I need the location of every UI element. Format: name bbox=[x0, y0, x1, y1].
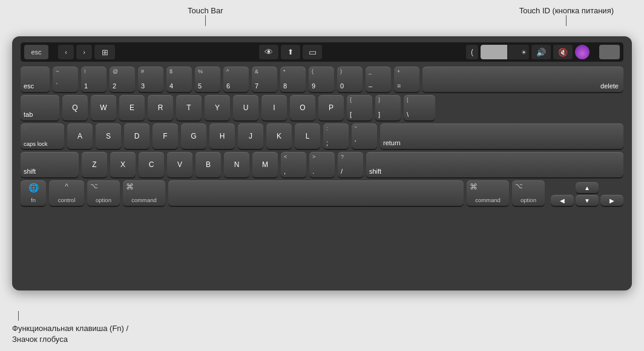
option-right-key[interactable]: ⌥ option bbox=[512, 180, 545, 206]
z-key[interactable]: Z bbox=[82, 152, 107, 177]
quote-key[interactable]: " ' bbox=[352, 123, 377, 149]
command-right-key[interactable]: ⌘ command bbox=[467, 180, 509, 206]
p-key[interactable]: P bbox=[318, 95, 344, 120]
tb-overlay-key[interactable]: ▭ bbox=[303, 45, 322, 59]
capslock-indicator bbox=[25, 126, 28, 130]
tb-siri-key[interactable] bbox=[575, 45, 590, 59]
esc-key[interactable]: esc bbox=[21, 67, 50, 92]
backslash-key[interactable]: | \ bbox=[404, 95, 435, 120]
6-key[interactable]: ^ 6 bbox=[223, 67, 249, 92]
7-key[interactable]: & 7 bbox=[252, 67, 277, 92]
3-key[interactable]: # 3 bbox=[138, 67, 163, 92]
g-key[interactable]: G bbox=[181, 123, 206, 149]
2-key[interactable]: @ 2 bbox=[110, 67, 135, 92]
tb-touchid-key[interactable] bbox=[599, 45, 620, 59]
tb-paren-key[interactable]: ( bbox=[466, 45, 478, 59]
asdf-row: caps lock A S D F G H J K L : ; " ' retu… bbox=[21, 123, 623, 149]
tb-esc-key[interactable]: esc bbox=[24, 45, 48, 59]
space-key[interactable] bbox=[168, 180, 464, 206]
touchbar-label: Touch Bar bbox=[188, 6, 223, 15]
c-key[interactable]: C bbox=[139, 152, 164, 177]
n-key[interactable]: N bbox=[224, 152, 249, 177]
8-key[interactable]: * 8 bbox=[280, 67, 306, 92]
d-key[interactable]: D bbox=[124, 123, 150, 149]
arrow-down-key[interactable]: ▼ bbox=[576, 195, 599, 206]
return-key[interactable]: return bbox=[380, 123, 623, 149]
b-key[interactable]: B bbox=[196, 152, 221, 177]
touchid-annotation: Touch ID (кнопка питания) bbox=[519, 6, 614, 26]
1-key[interactable]: ! 1 bbox=[81, 67, 107, 92]
a-key[interactable]: A bbox=[67, 123, 93, 149]
keyboard: esc ‹ › ⊞ 👁 ⬆ ▭ ( ☀ 🔊 🔇 esc ~ bbox=[12, 36, 632, 290]
4-key[interactable]: $ 4 bbox=[166, 67, 192, 92]
touchbar-annotation: Touch Bar bbox=[188, 6, 223, 26]
l-key[interactable]: L bbox=[295, 123, 320, 149]
tab-key[interactable]: tab bbox=[21, 95, 59, 120]
u-key[interactable]: U bbox=[233, 95, 258, 120]
y-key[interactable]: Y bbox=[205, 95, 230, 120]
h-key[interactable]: H bbox=[209, 123, 235, 149]
t-key[interactable]: T bbox=[176, 95, 202, 120]
arrow-left-key[interactable]: ◀ bbox=[551, 195, 574, 206]
tb-share-key[interactable]: ⬆ bbox=[281, 45, 300, 59]
arrow-cluster: ▲ ◀ ▼ ▶ bbox=[551, 182, 623, 206]
v-key[interactable]: V bbox=[167, 152, 192, 177]
key-rows: esc ~ ` ! 1 @ 2 # 3 $ 4 % bbox=[21, 67, 623, 206]
tb-mute-key[interactable]: 🔇 bbox=[553, 45, 573, 59]
j-key[interactable]: J bbox=[238, 123, 263, 149]
number-row: esc ~ ` ! 1 @ 2 # 3 $ 4 % bbox=[21, 67, 623, 92]
rbracket-key[interactable]: } ] bbox=[375, 95, 401, 120]
tb-appswitch-key[interactable]: ⊞ bbox=[94, 45, 115, 59]
r-key[interactable]: R bbox=[148, 95, 173, 120]
shift-right-key[interactable]: shift bbox=[366, 152, 623, 177]
x-key[interactable]: X bbox=[110, 152, 136, 177]
delete-key[interactable]: delete bbox=[422, 67, 623, 92]
fn-key[interactable]: fn 🌐 bbox=[21, 180, 46, 206]
capslock-key[interactable]: caps lock bbox=[21, 123, 64, 149]
e-key[interactable]: E bbox=[119, 95, 145, 120]
5-key[interactable]: % 5 bbox=[195, 67, 220, 92]
qwerty-row: tab Q W E R T Y U I O P { [ } ] | \ bbox=[21, 95, 623, 120]
zxcv-row: shift Z X C V B N M < , > . ? / shift bbox=[21, 152, 623, 177]
command-left-key[interactable]: ⌘ command bbox=[123, 180, 165, 206]
tb-brightness-key[interactable]: ☀ bbox=[481, 45, 529, 59]
minus-key[interactable]: _ – bbox=[366, 67, 391, 92]
0-key[interactable]: ) 0 bbox=[337, 67, 363, 92]
arrow-right-key[interactable]: ▶ bbox=[600, 195, 623, 206]
tb-volume-key[interactable]: 🔊 bbox=[531, 45, 551, 59]
f-key[interactable]: F bbox=[153, 123, 178, 149]
equals-key[interactable]: + = bbox=[394, 67, 419, 92]
shift-left-key[interactable]: shift bbox=[21, 152, 79, 177]
tb-eye-key[interactable]: 👁 bbox=[259, 45, 278, 59]
semicolon-key[interactable]: : ; bbox=[323, 123, 349, 149]
globe-icon: 🌐 bbox=[28, 183, 39, 192]
m-key[interactable]: M bbox=[252, 152, 278, 177]
9-key[interactable]: ( 9 bbox=[309, 67, 334, 92]
s-key[interactable]: S bbox=[96, 123, 121, 149]
slash-key[interactable]: ? / bbox=[338, 152, 363, 177]
tb-back-key[interactable]: ‹ bbox=[58, 45, 74, 59]
q-key[interactable]: Q bbox=[62, 95, 88, 120]
touchid-label: Touch ID (кнопка питания) bbox=[519, 6, 614, 15]
backtick-key[interactable]: ~ ` bbox=[53, 67, 78, 92]
control-key[interactable]: ^ control bbox=[49, 180, 84, 206]
o-key[interactable]: O bbox=[290, 95, 315, 120]
touch-bar: esc ‹ › ⊞ 👁 ⬆ ▭ ( ☀ 🔊 🔇 bbox=[21, 42, 623, 62]
tb-forward-key[interactable]: › bbox=[76, 45, 92, 59]
fn-annotation: Функциональная клавиша (Fn) / Значок гло… bbox=[12, 311, 128, 345]
i-key[interactable]: I bbox=[261, 95, 287, 120]
bottom-row: fn 🌐 ^ control ⌥ option ⌘ command ⌘ comm… bbox=[21, 180, 623, 206]
comma-key[interactable]: < , bbox=[281, 152, 306, 177]
w-key[interactable]: W bbox=[91, 95, 116, 120]
lbracket-key[interactable]: { [ bbox=[347, 95, 372, 120]
arrow-up-key[interactable]: ▲ bbox=[576, 182, 599, 193]
period-key[interactable]: > . bbox=[309, 152, 335, 177]
k-key[interactable]: K bbox=[266, 123, 292, 149]
option-left-key[interactable]: ⌥ option bbox=[87, 180, 120, 206]
